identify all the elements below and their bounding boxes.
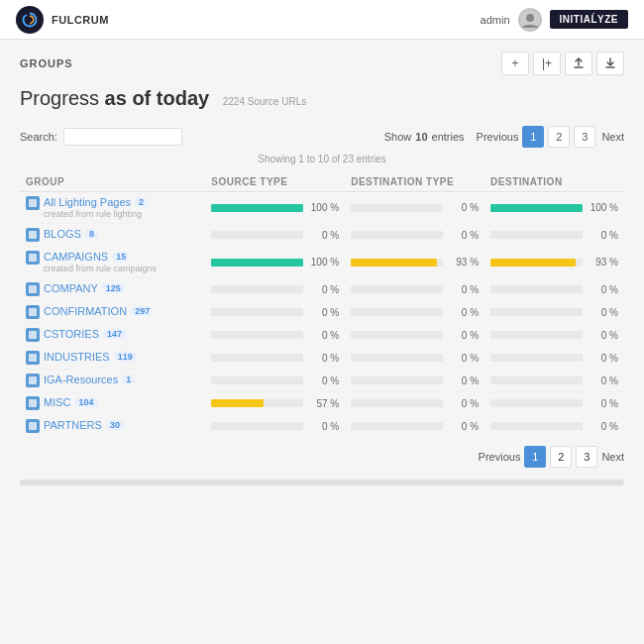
source-bar-pct: 0 % [307, 421, 339, 432]
source-bar-track [211, 376, 303, 384]
source-bar-wrapper: 100 % [211, 257, 339, 268]
dest-type-bar-track [351, 204, 443, 212]
progress-section: Progress as of today 2224 Source URLs [20, 87, 624, 110]
group-icon [26, 228, 40, 242]
dest-bar-pct: 100 % [587, 202, 618, 213]
group-name[interactable]: MISC 104 [44, 396, 98, 408]
next-button-bottom[interactable]: Next [601, 451, 624, 463]
dest-type-bar-track [351, 285, 443, 293]
add-button[interactable]: + [501, 52, 529, 75]
source-bar: 0 % [205, 347, 345, 370]
page-1-bottom[interactable]: 1 [524, 446, 546, 468]
group-cell: CSTORIES 147 [20, 324, 205, 347]
dest-bar-track [490, 259, 583, 267]
page-3-top[interactable]: 3 [574, 126, 595, 148]
group-icon [26, 251, 40, 265]
group-name[interactable]: PARTNERS 30 [44, 419, 124, 431]
source-bar: 100 % [205, 247, 345, 278]
table-row: COMPANY 125 0 % 0 % [20, 278, 624, 301]
table-row: INDUSTRIES 119 0 % 0 % [20, 347, 624, 370]
table-row: CONFIRMATION 297 0 % 0 % [20, 301, 624, 324]
source-bar: 0 % [205, 301, 345, 324]
source-bar-wrapper: 0 % [211, 307, 339, 318]
dest-bar-track [490, 399, 583, 407]
table-body: All Lighting Pages 2 created from rule l… [20, 192, 624, 438]
dest-bar-track [490, 231, 583, 239]
dest-bar-wrapper: 0 % [490, 284, 618, 295]
group-info: MISC 104 [44, 396, 98, 408]
dest-type-bar-pct: 0 % [447, 353, 479, 364]
dest-type-bar-wrapper: 0 % [351, 330, 479, 341]
main-content: GROUPS + |+ Progress as of today 2224 So… [0, 40, 644, 644]
group-info: BLOGS 8 [44, 228, 98, 240]
dest-type-bar-track [351, 354, 443, 362]
group-cell: COMPANY 125 [20, 278, 205, 301]
col-dest: DESTINATION [484, 172, 624, 192]
dest-type-bar: 0 % [345, 347, 484, 370]
add-import-button[interactable]: |+ [533, 52, 561, 75]
svg-point-2 [526, 14, 534, 22]
dest-bar-wrapper: 0 % [490, 421, 618, 432]
page-2-bottom[interactable]: 2 [550, 446, 572, 468]
group-name[interactable]: All Lighting Pages 2 [44, 196, 148, 208]
group-name[interactable]: COMPANY 125 [44, 282, 125, 294]
group-sub: created from rule lighting [44, 209, 148, 219]
dest-bar-pct: 0 % [587, 307, 618, 318]
source-bar: 0 % [205, 278, 345, 301]
download-button[interactable] [596, 52, 624, 75]
group-info: INDUSTRIES 119 [44, 351, 137, 363]
group-badge: 147 [103, 329, 126, 339]
dest-type-bar-wrapper: 0 % [351, 353, 479, 364]
page-3-bottom[interactable]: 3 [576, 446, 597, 468]
svg-rect-10 [29, 376, 37, 384]
dest-type-bar: 0 % [345, 370, 484, 392]
table-row: All Lighting Pages 2 created from rule l… [20, 192, 624, 224]
prev-button-bottom[interactable]: Previous [479, 451, 521, 463]
dest-bar-fill [490, 259, 576, 267]
group-name[interactable]: BLOGS 8 [44, 228, 98, 240]
dest-bar-fill [490, 204, 583, 212]
source-bar-wrapper: 0 % [211, 421, 339, 432]
group-icon [26, 374, 40, 387]
dest-type-bar: 0 % [345, 392, 484, 415]
col-group: GROUP [20, 172, 205, 192]
svg-rect-5 [29, 254, 37, 262]
group-name[interactable]: CAMPAIGNS 15 [44, 251, 157, 263]
page-2-top[interactable]: 2 [548, 126, 570, 148]
group-name[interactable]: CSTORIES 147 [44, 328, 126, 340]
source-bar-track [211, 399, 303, 407]
group-badge: 119 [114, 352, 137, 362]
page-1-top[interactable]: 1 [522, 126, 544, 148]
dest-bar: 0 % [484, 301, 624, 324]
svg-rect-8 [29, 331, 37, 339]
table-row: BLOGS 8 0 % 0 % [20, 224, 624, 247]
group-cell: CAMPAIGNS 15 created from rule campaigns [20, 247, 205, 278]
search-input[interactable] [63, 128, 182, 146]
app-header: FULCRUM admin INITIAĹYZE [0, 0, 644, 40]
upload-button[interactable] [565, 52, 592, 75]
next-button-top[interactable]: Next [601, 131, 624, 143]
dest-type-bar-pct: 0 % [447, 307, 479, 318]
group-icon [26, 305, 40, 319]
group-badge: 297 [131, 306, 154, 316]
group-icon [26, 282, 40, 296]
group-icon [26, 351, 40, 365]
dest-bar: 100 % [484, 192, 624, 224]
initialize-button[interactable]: INITIAĹYZE [550, 10, 628, 29]
source-bar: 0 % [205, 415, 345, 438]
dest-type-bar-pct: 0 % [447, 376, 479, 386]
prev-button-top[interactable]: Previous [477, 131, 519, 143]
source-urls: 2224 Source URLs [223, 96, 307, 107]
search-area: Search: [20, 128, 182, 146]
source-bar: 0 % [205, 370, 345, 392]
group-badge: 2 [135, 197, 148, 207]
dest-type-bar-track [351, 376, 443, 384]
group-name[interactable]: INDUSTRIES 119 [44, 351, 137, 363]
source-bar: 57 % [205, 392, 345, 415]
group-badge: 8 [85, 229, 98, 239]
group-name[interactable]: IGA-Resources 1 [44, 374, 135, 385]
group-name[interactable]: CONFIRMATION 297 [44, 305, 154, 317]
scrollbar[interactable] [20, 480, 624, 485]
header-left: FULCRUM [16, 6, 109, 34]
dest-bar-wrapper: 0 % [490, 398, 618, 409]
